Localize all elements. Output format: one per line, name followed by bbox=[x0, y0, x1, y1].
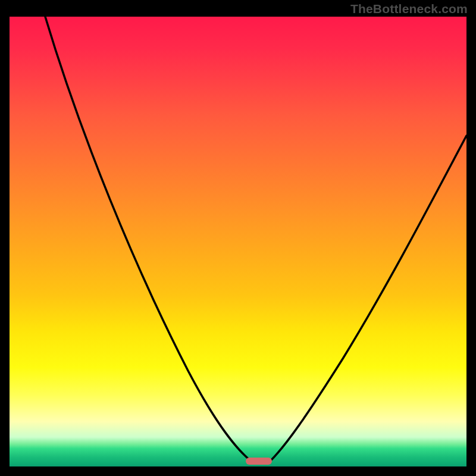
watermark-text: TheBottleneck.com bbox=[350, 2, 468, 16]
gradient-background bbox=[10, 17, 466, 466]
chart-stage: TheBottleneck.com bbox=[0, 0, 476, 476]
